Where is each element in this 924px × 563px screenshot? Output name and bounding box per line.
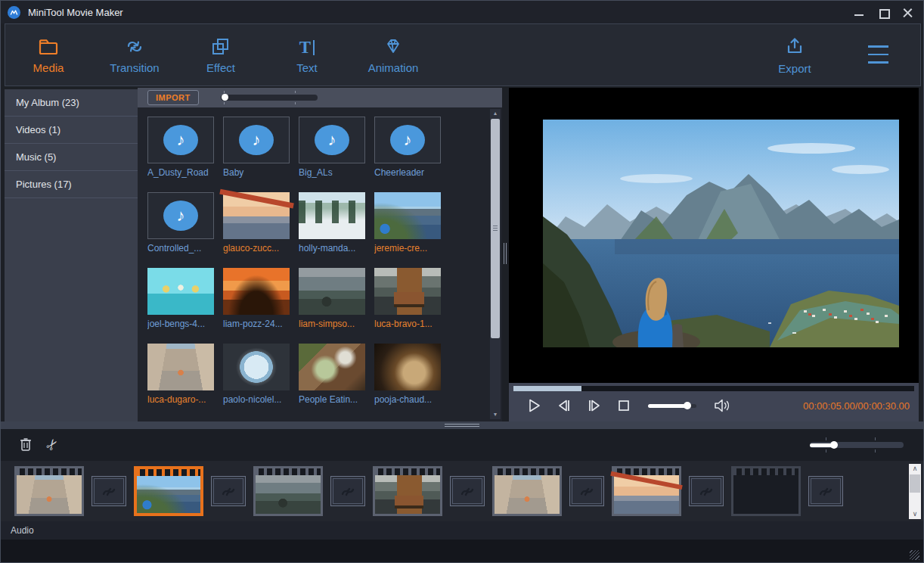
app-window: MiniTool Movie Maker Media Transition Ef…	[0, 0, 924, 563]
media-item[interactable]: paolo-nicolel...	[223, 344, 299, 419]
sidebar-item[interactable]: Videos (1)	[5, 117, 138, 144]
window-title: MiniTool Movie Maker	[28, 7, 123, 18]
timeline-clip[interactable]	[612, 466, 681, 516]
horizontal-splitter[interactable]	[1, 421, 923, 429]
sidebar-item[interactable]: Music (5)	[5, 144, 138, 171]
media-grid: ♪A_Dusty_Road♪Baby♪Big_ALs♪Cheerleader♪C…	[147, 117, 450, 419]
transition-slot[interactable]	[450, 476, 485, 506]
media-item[interactable]: luca-dugaro-...	[147, 344, 223, 419]
media-item[interactable]: ♪Baby	[223, 117, 299, 192]
audio-track[interactable]: Audio	[1, 521, 923, 540]
media-item[interactable]: glauco-zucc...	[223, 192, 299, 268]
timeline-clip[interactable]	[731, 466, 801, 516]
timeline-scrollbar[interactable]: ∧ ∨	[909, 464, 921, 519]
slider-knob[interactable]	[222, 94, 228, 101]
timeline-clip[interactable]	[492, 466, 562, 516]
timeline-scroll-down-icon[interactable]: ∨	[909, 509, 921, 519]
timeline-clip[interactable]	[134, 466, 203, 516]
media-item[interactable]: luca-bravo-1...	[374, 268, 450, 344]
transition-icon	[94, 478, 124, 504]
media-item-label: paolo-nicolel...	[223, 394, 294, 405]
timeline-scroll-up-icon[interactable]: ∧	[909, 464, 921, 474]
scroll-up-arrow-icon[interactable]: ▴	[490, 109, 501, 118]
media-item-label: Cheerleader	[374, 167, 445, 178]
media-thumbnail	[147, 268, 214, 315]
split-clip-button[interactable]: ✂	[46, 436, 58, 453]
thumbnail-size-slider[interactable]	[221, 95, 318, 101]
media-item[interactable]: liam-simpso...	[299, 268, 374, 344]
maximize-button[interactable]	[879, 8, 888, 17]
timeline-clip[interactable]	[14, 466, 84, 516]
zoom-knob[interactable]	[830, 441, 838, 449]
hamburger-menu-button[interactable]	[868, 45, 888, 64]
timecode-display: 00:00:05.00/00:00:30.00	[803, 400, 919, 412]
vertical-splitter-handle[interactable]	[504, 243, 508, 264]
timeline-zoom-slider[interactable]	[810, 442, 904, 448]
export-icon	[784, 36, 805, 58]
transition-slot[interactable]	[569, 476, 604, 506]
tab-transition[interactable]: Transition	[91, 24, 178, 86]
resize-grip[interactable]	[910, 550, 919, 560]
minimize-button[interactable]	[854, 8, 864, 17]
music-note-icon: ♪	[315, 125, 349, 155]
audio-track-label: Audio	[11, 525, 34, 536]
speaker-icon[interactable]	[713, 397, 731, 414]
preview-video-frame[interactable]	[543, 120, 899, 347]
clips-row	[14, 466, 843, 516]
tab-media[interactable]: Media	[5, 24, 91, 86]
transition-slot[interactable]	[808, 476, 843, 506]
export-label: Export	[778, 62, 811, 75]
timeline-clip[interactable]	[253, 466, 323, 516]
transition-slot[interactable]	[689, 476, 724, 506]
clip-thumbnail	[17, 475, 82, 514]
clip-thumbnail	[495, 475, 560, 514]
media-item[interactable]: People Eatin...	[299, 344, 374, 419]
volume-knob[interactable]	[684, 402, 691, 409]
media-item[interactable]: holly-manda...	[299, 192, 374, 268]
transition-slot[interactable]	[211, 476, 246, 506]
previous-frame-button[interactable]	[556, 397, 572, 414]
media-thumbnail	[374, 268, 441, 315]
export-button[interactable]: Export	[763, 24, 826, 87]
delete-clip-button[interactable]	[19, 437, 33, 455]
media-item[interactable]: ♪Controlled_...	[147, 192, 223, 268]
playback-progress-bar[interactable]	[513, 386, 914, 391]
media-item[interactable]: ♪A_Dusty_Road	[147, 117, 223, 192]
sidebar-item[interactable]: Pictures (17)	[5, 171, 138, 198]
timeline-scrollbar-thumb[interactable]	[910, 474, 920, 493]
next-frame-button[interactable]	[586, 397, 603, 414]
media-item[interactable]: liam-pozz-24...	[223, 268, 299, 344]
media-thumbnail: ♪	[223, 117, 290, 163]
transition-slot[interactable]	[330, 476, 365, 506]
media-thumbnail: ♪	[299, 117, 365, 163]
clip-thumbnail	[733, 475, 798, 514]
media-item[interactable]: ♪Cheerleader	[374, 117, 450, 192]
media-item[interactable]: jeremie-cre...	[374, 192, 450, 268]
close-button[interactable]	[903, 8, 913, 17]
play-button[interactable]	[526, 397, 542, 414]
tab-text[interactable]: T Text	[264, 24, 350, 86]
volume-slider[interactable]	[648, 404, 696, 408]
tab-effect[interactable]: Effect	[178, 24, 264, 86]
animation-gem-icon	[381, 36, 405, 57]
window-controls	[854, 8, 923, 17]
timeline-clip[interactable]	[373, 466, 442, 516]
tab-animation[interactable]: Animation	[350, 24, 436, 86]
media-item-label: luca-bravo-1...	[374, 319, 445, 329]
transition-slot[interactable]	[91, 476, 126, 506]
timeline-footer	[1, 540, 923, 563]
scroll-down-arrow-icon[interactable]: ▾	[490, 410, 501, 419]
clip-thumbnail	[137, 476, 200, 513]
sidebar-item[interactable]: My Album (23)	[5, 89, 138, 117]
scrollbar-thumb[interactable]	[491, 119, 500, 338]
stop-button[interactable]	[616, 398, 631, 413]
tab-label: Text	[296, 61, 318, 74]
media-item[interactable]: ♪Big_ALs	[299, 117, 374, 192]
media-item[interactable]: pooja-chaud...	[374, 344, 450, 419]
media-item[interactable]: joel-bengs-4...	[147, 268, 223, 344]
film-sprockets	[495, 468, 560, 475]
splitter-handle[interactable]	[445, 424, 479, 427]
progress-fill	[513, 386, 581, 391]
library-scrollbar[interactable]: ▴ ▾	[490, 109, 501, 419]
import-button[interactable]: IMPORT	[147, 90, 199, 105]
